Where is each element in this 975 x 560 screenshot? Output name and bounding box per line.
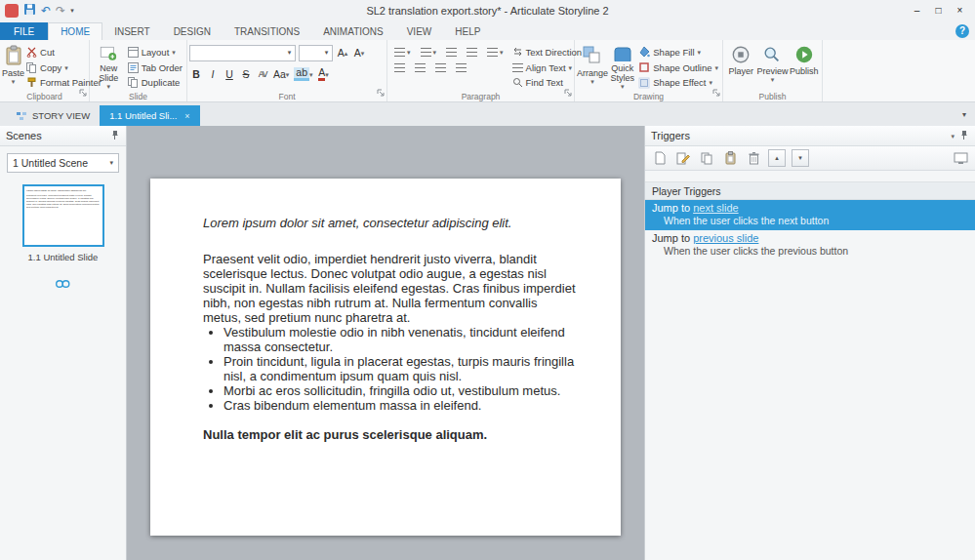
new-slide-button[interactable]: New Slide ▾ bbox=[92, 42, 126, 90]
tab-animations[interactable]: ANIMATIONS bbox=[311, 23, 394, 40]
save-icon[interactable] bbox=[23, 3, 36, 19]
shape-fill-button[interactable]: Shape Fill ▾ bbox=[636, 45, 720, 60]
publish-button[interactable]: Publish bbox=[789, 42, 820, 90]
player-button[interactable]: Player bbox=[725, 42, 756, 90]
slide-bullet-list[interactable]: Vestibulum molestie odio in nibh venenat… bbox=[203, 325, 578, 413]
preview-button[interactable]: Preview ▾ bbox=[756, 42, 788, 90]
bullet-item[interactable]: Cras bibendum elementum massa in eleifen… bbox=[223, 398, 578, 413]
pin-icon[interactable] bbox=[109, 130, 120, 142]
tab-story-view[interactable]: STORY VIEW bbox=[6, 105, 100, 126]
delete-trigger-icon[interactable] bbox=[745, 149, 762, 167]
line-spacing-button[interactable]: ▾ bbox=[484, 46, 507, 59]
tab-list-dropdown-icon[interactable]: ▾ bbox=[962, 110, 966, 119]
font-name-combobox[interactable]: ▾ bbox=[189, 45, 296, 61]
numbering-button[interactable]: ▾ bbox=[418, 46, 440, 59]
tab-design[interactable]: DESIGN bbox=[162, 23, 223, 40]
storyline-app-icon[interactable] bbox=[5, 4, 19, 18]
character-spacing-button[interactable]: AV bbox=[256, 66, 269, 82]
tab-transitions[interactable]: TRANSITIONS bbox=[223, 23, 311, 40]
trigger-target-link[interactable]: next slide bbox=[693, 202, 738, 214]
layout-button[interactable]: Layout ▾ bbox=[126, 45, 184, 60]
paragraph-dialog-launcher-icon[interactable] bbox=[564, 83, 572, 100]
bullets-button[interactable]: ▾ bbox=[391, 46, 414, 59]
trigger-target-link[interactable]: previous slide bbox=[693, 232, 758, 244]
close-tab-icon[interactable]: × bbox=[184, 111, 189, 121]
new-trigger-icon[interactable] bbox=[651, 149, 669, 167]
slide-thumbnail[interactable]: Lorem ipsum dolor sit amet, consectetur … bbox=[22, 184, 104, 247]
arrange-button[interactable]: Arrange ▾ bbox=[577, 42, 608, 90]
shape-outline-button[interactable]: Shape Outline ▾ bbox=[636, 60, 720, 75]
font-size-combobox[interactable]: ▾ bbox=[299, 45, 333, 61]
tab-order-button[interactable]: Tab Order bbox=[126, 60, 184, 75]
strikethrough-button[interactable]: S bbox=[239, 66, 253, 82]
paste-button[interactable]: Paste ▾ bbox=[2, 42, 24, 90]
drawing-group-label: Drawing bbox=[575, 92, 722, 101]
slide-properties-icon[interactable] bbox=[952, 149, 969, 167]
scene-selector[interactable]: 1 Untitled Scene ▾ bbox=[7, 153, 119, 173]
italic-button[interactable]: I bbox=[206, 66, 220, 82]
bullet-item[interactable]: Proin tincidunt, ligula in placerat eges… bbox=[223, 354, 578, 383]
tab-help[interactable]: HELP bbox=[443, 23, 492, 40]
scenes-title: Scenes bbox=[6, 130, 42, 141]
align-center-button[interactable] bbox=[412, 61, 428, 74]
preview-label: Preview bbox=[756, 66, 788, 76]
slide-canvas[interactable]: Lorem ipsum dolor sit amet, consectetur … bbox=[127, 126, 644, 560]
slide-heading[interactable]: Lorem ipsum dolor sit amet, consectetur … bbox=[203, 216, 578, 230]
change-case-button[interactable]: Aa▾ bbox=[272, 66, 290, 82]
align-right-icon bbox=[435, 63, 446, 72]
pin-icon[interactable] bbox=[958, 130, 969, 142]
trigger-row-next-slide[interactable]: Jump tonext slide When the user clicks t… bbox=[645, 200, 975, 230]
help-icon[interactable]: ? bbox=[955, 24, 969, 38]
bold-button[interactable]: B bbox=[189, 66, 203, 82]
decrease-indent-button[interactable] bbox=[443, 46, 460, 59]
view-tab-bar: STORY VIEW 1.1 Untitled Sli... × ▾ bbox=[0, 102, 975, 126]
increase-indent-button[interactable] bbox=[464, 46, 480, 59]
move-trigger-down-button[interactable]: ▾ bbox=[792, 149, 809, 167]
duplicate-button[interactable]: Duplicate bbox=[126, 75, 184, 90]
thumb-paragraph: Praesent velit odio, imperdiet hendrerit… bbox=[26, 193, 101, 208]
tab-insert[interactable]: INSERT bbox=[102, 23, 162, 40]
clipboard-dialog-launcher-icon[interactable] bbox=[79, 83, 87, 100]
redo-icon[interactable]: ↷ bbox=[56, 4, 65, 18]
trigger-row-previous-slide[interactable]: Jump toprevious slide When the user clic… bbox=[645, 230, 975, 260]
font-color-button[interactable]: A▾ bbox=[317, 66, 331, 82]
triggers-menu-caret-icon[interactable]: ▾ bbox=[951, 133, 955, 140]
quick-access-toolbar: ↶ ↷ ▾ bbox=[5, 3, 74, 19]
slide-footer-text[interactable]: Nulla tempor elit ac purus scelerisque a… bbox=[203, 427, 578, 442]
tab-slide-untitled[interactable]: 1.1 Untitled Sli... × bbox=[100, 105, 199, 126]
cut-label: Cut bbox=[40, 47, 55, 58]
close-button[interactable]: × bbox=[950, 3, 970, 19]
slide-paragraph[interactable]: Praesent velit odio, imperdiet hendrerit… bbox=[203, 252, 578, 325]
font-dialog-launcher-icon[interactable] bbox=[377, 83, 385, 100]
duplicate-icon bbox=[128, 77, 139, 88]
tab-view[interactable]: VIEW bbox=[395, 23, 444, 40]
edit-trigger-icon[interactable] bbox=[674, 149, 692, 167]
arrange-caret-icon: ▾ bbox=[590, 78, 594, 85]
minimize-button[interactable]: – bbox=[907, 3, 927, 19]
slide-thumbnail-content: Lorem ipsum dolor sit amet, consectetur … bbox=[26, 189, 101, 209]
bullet-item[interactable]: Morbi ac eros sollicitudin, fringilla od… bbox=[223, 383, 578, 398]
tab-home[interactable]: HOME bbox=[48, 22, 102, 40]
bullet-item[interactable]: Vestibulum molestie odio in nibh venenat… bbox=[223, 325, 578, 354]
layout-label: Layout bbox=[142, 47, 170, 58]
drawing-dialog-launcher-icon[interactable] bbox=[712, 83, 720, 100]
justify-button[interactable] bbox=[453, 61, 469, 74]
shrink-font-button[interactable]: A▾ bbox=[352, 45, 366, 60]
quick-styles-button[interactable]: Quick Styles ▾ bbox=[608, 42, 636, 90]
highlight-color-button[interactable]: ab▾ bbox=[293, 66, 313, 82]
underline-button[interactable]: U bbox=[223, 66, 236, 82]
paste-trigger-icon[interactable] bbox=[721, 149, 739, 167]
paste-label: Paste bbox=[2, 68, 24, 78]
tab-file[interactable]: FILE bbox=[0, 22, 48, 40]
copy-trigger-icon[interactable] bbox=[698, 149, 715, 167]
shape-effect-button[interactable]: Shape Effect ▾ bbox=[636, 75, 720, 90]
new-slide-icon bbox=[97, 45, 120, 61]
align-right-button[interactable] bbox=[432, 61, 449, 74]
slide-editing-surface[interactable]: Lorem ipsum dolor sit amet, consectetur … bbox=[150, 179, 621, 536]
move-trigger-up-button[interactable]: ▴ bbox=[768, 149, 786, 167]
undo-icon[interactable]: ↶ bbox=[41, 4, 51, 18]
maximize-button[interactable]: □ bbox=[928, 3, 949, 19]
quick-access-dropdown-icon[interactable]: ▾ bbox=[70, 4, 74, 18]
grow-font-button[interactable]: A▴ bbox=[336, 45, 349, 60]
align-left-button[interactable] bbox=[391, 61, 408, 74]
